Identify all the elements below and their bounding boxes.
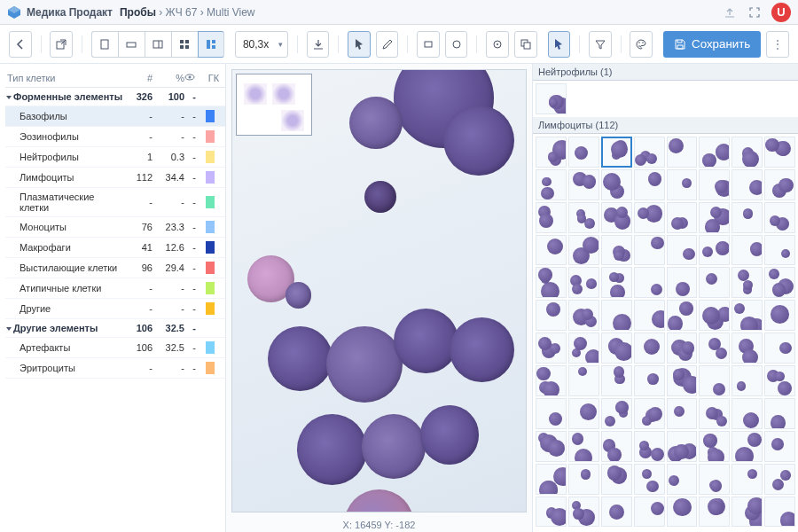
table-row[interactable]: Выстилающие клетки9629.4- (5, 258, 225, 278)
palette-button[interactable] (630, 31, 653, 58)
gallery-section-header[interactable]: Лимфоциты (112) (533, 117, 798, 134)
gallery-item[interactable] (634, 431, 665, 462)
gallery-item[interactable] (568, 431, 599, 462)
gallery-item[interactable] (536, 83, 567, 114)
gallery-item[interactable] (732, 202, 763, 233)
gallery-item[interactable] (601, 202, 632, 233)
gallery-item[interactable] (601, 431, 632, 462)
table-group[interactable]: Форменные элементы326100- (5, 88, 225, 106)
table-row[interactable]: Другие--- (5, 299, 225, 319)
gallery-item[interactable] (568, 169, 599, 200)
table-row[interactable]: Эозинофилы--- (5, 127, 225, 147)
rect-tool[interactable] (417, 31, 440, 58)
gallery-item[interactable] (536, 497, 567, 528)
gallery-item[interactable] (699, 300, 730, 331)
table-group[interactable]: Другие элементы10632.5- (5, 319, 225, 338)
gallery-item[interactable] (536, 300, 567, 331)
gallery-item[interactable] (568, 202, 599, 233)
gallery-item[interactable] (536, 332, 567, 364)
gallery-item[interactable] (634, 497, 665, 528)
gallery-item[interactable] (764, 497, 795, 528)
table-row[interactable]: Артефакты10632.5- (5, 338, 225, 358)
gallery-item[interactable] (732, 431, 763, 462)
gallery-item[interactable] (536, 267, 567, 298)
back-button[interactable] (9, 31, 32, 58)
table-row[interactable]: Плазматические клетки--- (5, 188, 225, 217)
view-split-button[interactable] (145, 31, 171, 58)
gallery-item[interactable] (699, 431, 730, 462)
gallery-item[interactable] (699, 332, 730, 364)
gallery-item[interactable] (699, 267, 730, 298)
circle-tool[interactable] (445, 31, 468, 58)
gallery-item[interactable] (568, 137, 599, 168)
layers-tool[interactable] (514, 31, 537, 58)
target-tool[interactable] (486, 31, 509, 58)
gallery-item[interactable] (634, 235, 665, 266)
gallery-item[interactable] (699, 169, 730, 200)
gallery-item[interactable] (601, 137, 632, 168)
gallery-item[interactable] (634, 267, 665, 298)
gallery-item[interactable] (732, 300, 763, 331)
view-multi-button[interactable] (198, 31, 224, 58)
gallery-item[interactable] (667, 267, 698, 298)
table-row[interactable]: Нейтрофилы10.3- (5, 147, 225, 168)
gallery-item[interactable] (568, 365, 599, 396)
gallery-item[interactable] (536, 137, 567, 168)
zoom-select[interactable]: 80,3x (235, 31, 288, 58)
gallery-item[interactable] (568, 497, 599, 528)
gallery-item[interactable] (634, 464, 665, 495)
gallery-item[interactable] (764, 202, 795, 233)
gallery-item[interactable] (764, 464, 795, 495)
gallery-item[interactable] (764, 431, 795, 462)
gallery-item[interactable] (568, 300, 599, 331)
gallery-item[interactable] (764, 235, 795, 266)
breadcrumb[interactable]: Пробы › ЖЧ 67 › Multi View (120, 6, 255, 19)
gallery-item[interactable] (699, 137, 730, 168)
gallery-item[interactable] (667, 332, 698, 364)
view-wide-button[interactable] (118, 31, 145, 58)
gallery-item[interactable] (667, 235, 698, 266)
gallery-item[interactable] (601, 464, 632, 495)
gallery-item[interactable] (732, 169, 763, 200)
table-row[interactable]: Эритроциты--- (5, 358, 225, 379)
gallery-item[interactable] (732, 235, 763, 266)
open-external-button[interactable] (50, 31, 73, 58)
gallery-item[interactable] (536, 202, 567, 233)
gallery-item[interactable] (699, 235, 730, 266)
gallery-item[interactable] (732, 398, 763, 429)
gallery-item[interactable] (699, 464, 730, 495)
gallery-item[interactable] (667, 300, 698, 331)
gallery-item[interactable] (568, 398, 599, 429)
gallery-item[interactable] (732, 137, 763, 168)
upload-icon[interactable] (722, 4, 738, 20)
gallery-item[interactable] (634, 398, 665, 429)
gallery-item[interactable] (764, 398, 795, 429)
gallery-item[interactable] (601, 332, 632, 364)
user-avatar[interactable]: U (771, 3, 791, 22)
gallery-item[interactable] (667, 497, 698, 528)
gallery-item[interactable] (667, 137, 698, 168)
gallery-item[interactable] (601, 235, 632, 266)
gallery-item[interactable] (667, 431, 698, 462)
gallery-item[interactable] (764, 300, 795, 331)
table-row[interactable]: Макрофаги4112.6- (5, 238, 225, 258)
gallery-item[interactable] (732, 267, 763, 298)
gallery-item[interactable] (732, 332, 763, 364)
gallery-item[interactable] (536, 235, 567, 266)
table-row[interactable]: Моноциты7623.3- (5, 217, 225, 238)
gallery-item[interactable] (764, 169, 795, 200)
slide-canvas[interactable] (231, 69, 527, 512)
gallery-item[interactable] (667, 398, 698, 429)
gallery-item[interactable] (699, 202, 730, 233)
gallery-item[interactable] (667, 169, 698, 200)
gallery-section-header[interactable]: Нейтрофилы (1) (533, 64, 798, 81)
gallery-item[interactable] (764, 332, 795, 364)
gallery-item[interactable] (536, 431, 567, 462)
gallery-item[interactable] (601, 398, 632, 429)
table-row[interactable]: Лимфоциты11234.4- (5, 168, 225, 188)
table-row[interactable]: Базофилы--- (5, 106, 225, 127)
gallery-item[interactable] (732, 497, 763, 528)
gallery-item[interactable] (634, 300, 665, 331)
download-button[interactable] (307, 31, 330, 58)
gallery-item[interactable] (667, 464, 698, 495)
